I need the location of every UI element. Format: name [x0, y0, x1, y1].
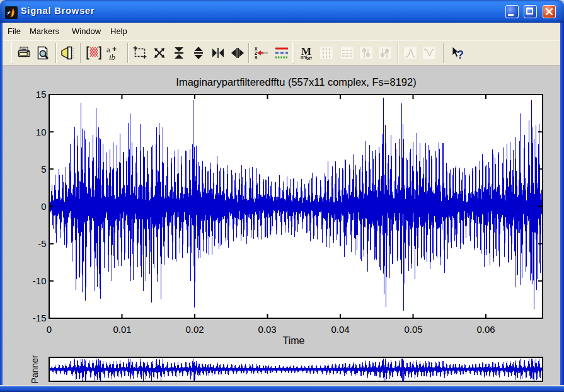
svg-text:s: s: [255, 54, 258, 61]
svg-text:0: 0: [41, 201, 46, 212]
svg-text:-15: -15: [33, 313, 47, 323]
svg-text:0.03: 0.03: [258, 324, 276, 335]
svg-text:10: 10: [36, 127, 47, 137]
svg-text:?: ?: [457, 49, 464, 61]
svg-text:-10: -10: [33, 275, 47, 286]
svg-text:0.05: 0.05: [404, 324, 422, 335]
svg-text:-5: -5: [38, 238, 46, 249]
svg-text:Imaginarypartfilteredfftu (557: Imaginarypartfilteredfftu (557x11 comple…: [176, 76, 416, 88]
svg-text:0.01: 0.01: [113, 324, 131, 335]
svg-text:0: 0: [47, 324, 52, 335]
svg-text:0.02: 0.02: [185, 324, 204, 335]
svg-text:15: 15: [36, 89, 47, 100]
svg-text:5: 5: [41, 164, 46, 175]
svg-text:0.06: 0.06: [476, 324, 495, 335]
svg-text:off: off: [306, 56, 313, 61]
svg-text:0.04: 0.04: [331, 324, 349, 335]
svg-text:Time: Time: [283, 335, 305, 346]
svg-text:ib: ib: [109, 52, 116, 61]
svg-text:Panner: Panner: [30, 355, 40, 383]
